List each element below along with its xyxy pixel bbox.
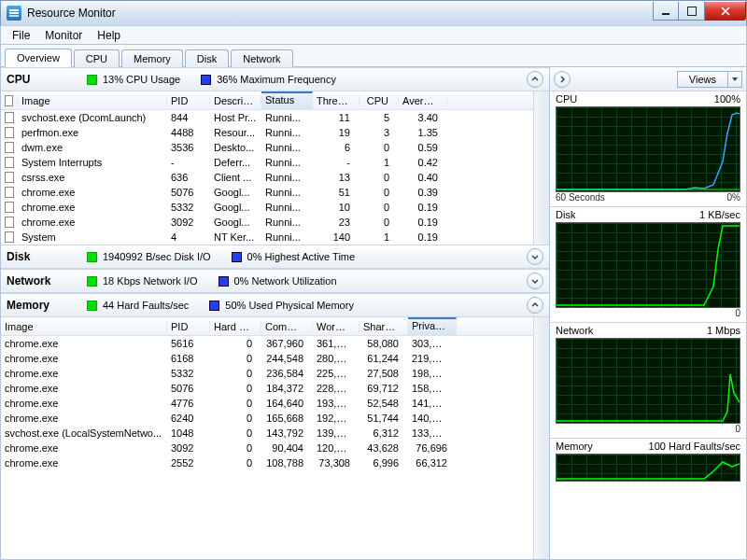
memory-table-header: Image PID Hard F... Commi... Worki... Sh… xyxy=(1,317,533,336)
cell-private: 133,564 xyxy=(408,427,457,439)
column-workingset[interactable]: Worki... xyxy=(313,321,359,332)
close-button[interactable] xyxy=(705,2,746,21)
scrollbar-vertical[interactable] xyxy=(533,317,549,559)
column-pid[interactable]: PID xyxy=(167,321,210,332)
cell-hardfaults: 0 xyxy=(210,383,261,394)
collapse-button[interactable] xyxy=(527,71,543,88)
tab-disk[interactable]: Disk xyxy=(185,49,229,67)
row-checkbox[interactable] xyxy=(1,187,18,198)
column-image[interactable]: Image xyxy=(1,321,167,332)
section-header-cpu[interactable]: CPU 13% CPU Usage 36% Maximum Frequency xyxy=(1,67,549,91)
row-checkbox[interactable] xyxy=(1,217,18,228)
table-row[interactable]: chrome.exe47760164,640193,56052,548141,0… xyxy=(1,396,533,411)
cell-image: chrome.exe xyxy=(1,398,167,409)
row-checkbox[interactable] xyxy=(1,142,18,153)
row-checkbox[interactable] xyxy=(1,127,18,138)
graph-title-cpu: CPU xyxy=(556,93,577,105)
table-row[interactable]: chrome.exe61680244,548280,70061,244219,4… xyxy=(1,351,533,366)
table-row[interactable]: chrome.exe3092090,404120,32443,62876,696 xyxy=(1,441,533,455)
row-checkbox[interactable] xyxy=(1,172,18,183)
memory-table: Image PID Hard F... Commi... Worki... Sh… xyxy=(1,317,533,559)
collapse-button[interactable] xyxy=(527,297,543,314)
tab-cpu[interactable]: CPU xyxy=(74,49,120,67)
column-pid[interactable]: PID xyxy=(167,95,210,106)
cell-cpu: 1 xyxy=(359,231,399,243)
graph-title-network: Network xyxy=(556,325,593,336)
cell-average: 3.40 xyxy=(399,112,447,123)
cell-pid: 6240 xyxy=(167,413,210,424)
row-checkbox[interactable] xyxy=(1,157,18,168)
collapse-pane-button[interactable] xyxy=(554,71,571,88)
cell-status: Runni... xyxy=(261,202,313,213)
expand-button[interactable] xyxy=(527,273,543,289)
menu-file[interactable]: File xyxy=(5,27,37,44)
cell-pid: 844 xyxy=(167,112,210,123)
cell-image: chrome.exe xyxy=(1,383,167,394)
tab-overview[interactable]: Overview xyxy=(5,49,72,67)
column-shareable[interactable]: Sharea... xyxy=(359,321,408,332)
table-row[interactable]: System Interrupts-Deferr...Runni...-10.4… xyxy=(1,155,533,170)
column-checkbox[interactable] xyxy=(1,95,18,106)
table-row[interactable]: chrome.exe53320236,584225,71627,508198,2… xyxy=(1,366,533,381)
tab-network[interactable]: Network xyxy=(231,49,292,67)
row-checkbox[interactable] xyxy=(1,231,18,243)
cell-workingset: 228,680 xyxy=(313,383,359,394)
cell-private: 76,696 xyxy=(408,442,457,454)
column-average[interactable]: Averag... xyxy=(399,95,447,106)
table-row[interactable]: System4NT Ker...Runni...14010.19 xyxy=(1,230,533,245)
memory-used-text: 50% Used Physical Memory xyxy=(225,300,354,311)
table-row[interactable]: chrome.exe3092Googl...Runni...2300.19 xyxy=(1,215,533,230)
graph-scale-network: 1 Mbps xyxy=(707,325,740,336)
cell-description: Deferr... xyxy=(210,157,261,168)
column-hardfaults[interactable]: Hard F... xyxy=(210,321,261,332)
cell-image: csrss.exe xyxy=(18,172,167,183)
cpu-table-header: Image PID Descrip... Status Threads CPU … xyxy=(1,91,533,110)
table-row[interactable]: chrome.exe25520108,78873,3086,99666,312 xyxy=(1,455,533,470)
table-row[interactable]: svchost.exe (LocalSystemNetwo...10480143… xyxy=(1,426,533,441)
column-status[interactable]: Status xyxy=(261,91,313,110)
views-dropdown[interactable]: Views xyxy=(677,71,742,88)
table-row[interactable]: chrome.exe56160367,960361,51658,080303,4… xyxy=(1,336,533,351)
section-header-network[interactable]: Network 18 Kbps Network I/O 0% Network U… xyxy=(1,269,549,293)
table-row[interactable]: chrome.exe50760184,372228,68069,712158,9… xyxy=(1,381,533,396)
expand-button[interactable] xyxy=(527,248,543,265)
tab-memory[interactable]: Memory xyxy=(121,49,183,67)
cell-description: Resour... xyxy=(210,127,261,138)
table-row[interactable]: chrome.exe62400165,668192,29251,744140,5… xyxy=(1,411,533,426)
cell-hardfaults: 0 xyxy=(210,413,261,424)
cell-average: 0.39 xyxy=(399,187,447,198)
cell-average: 1.35 xyxy=(399,127,447,138)
cell-image: chrome.exe xyxy=(18,187,167,198)
cpu-table-body: svchost.exe (DcomLaunch)844Host Pr...Run… xyxy=(1,110,533,245)
column-image[interactable]: Image xyxy=(18,95,167,106)
column-description[interactable]: Descrip... xyxy=(210,95,261,106)
cell-pid: 5076 xyxy=(167,187,210,198)
row-checkbox[interactable] xyxy=(1,202,18,213)
maximize-button[interactable] xyxy=(679,2,705,21)
scrollbar-vertical[interactable] xyxy=(533,91,549,245)
cpu-table: Image PID Descrip... Status Threads CPU … xyxy=(1,91,533,245)
cell-description: Client ... xyxy=(210,172,261,183)
section-header-memory[interactable]: Memory 44 Hard Faults/sec 50% Used Physi… xyxy=(1,293,549,317)
column-cpu[interactable]: CPU xyxy=(359,95,399,106)
section-title: CPU xyxy=(7,73,87,86)
table-row[interactable]: csrss.exe636Client ...Runni...1300.40 xyxy=(1,170,533,185)
memory-graph xyxy=(556,454,740,482)
table-row[interactable]: chrome.exe5332Googl...Runni...1000.19 xyxy=(1,200,533,215)
menu-monitor[interactable]: Monitor xyxy=(37,27,90,44)
cell-cpu: 5 xyxy=(359,112,399,123)
cpu-usage-text: 13% CPU Usage xyxy=(103,74,180,85)
column-commit[interactable]: Commi... xyxy=(261,321,313,332)
minimize-button[interactable] xyxy=(653,2,679,21)
table-row[interactable]: svchost.exe (DcomLaunch)844Host Pr...Run… xyxy=(1,110,533,125)
column-threads[interactable]: Threads xyxy=(313,95,359,106)
table-row[interactable]: chrome.exe5076Googl...Runni...5100.39 xyxy=(1,185,533,200)
table-row[interactable]: dwm.exe3536Deskto...Runni...600.59 xyxy=(1,140,533,155)
views-label: Views xyxy=(677,71,727,88)
column-private[interactable]: Private ... xyxy=(408,317,457,336)
menu-help[interactable]: Help xyxy=(90,27,128,44)
row-checkbox[interactable] xyxy=(1,112,18,123)
window-title: Resource Monitor xyxy=(27,7,653,20)
table-row[interactable]: perfmon.exe4488Resour...Runni...1931.35 xyxy=(1,125,533,140)
section-header-disk[interactable]: Disk 1940992 B/sec Disk I/O 0% Highest A… xyxy=(1,245,549,269)
